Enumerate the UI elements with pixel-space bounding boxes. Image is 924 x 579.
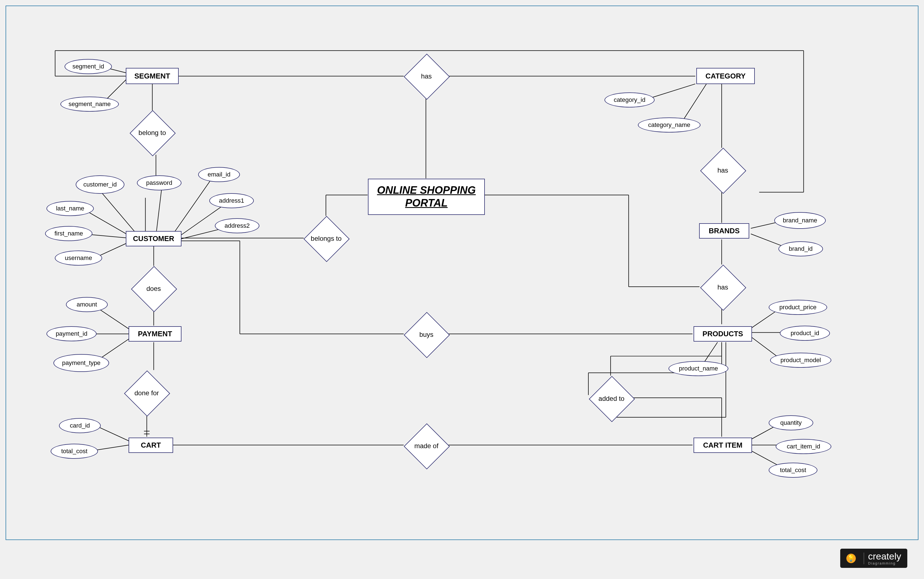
attr-product-price: product_price — [769, 300, 827, 315]
entity-category: CATEGORY — [696, 68, 755, 84]
attr-email-id: email_id — [198, 167, 240, 182]
attr-label: address2 — [225, 222, 250, 229]
diagram-frame: ONLINE SHOPPING PORTAL SEGMENT CATEGORY … — [6, 6, 918, 540]
attr-product-name: product_name — [669, 361, 728, 376]
attr-label: brand_name — [783, 217, 818, 224]
svg-line-13 — [681, 84, 706, 123]
entity-label: CART ITEM — [703, 441, 743, 450]
entity-payment: PAYMENT — [129, 326, 181, 342]
attr-label: address1 — [219, 197, 244, 204]
attr-category-name: category_name — [638, 118, 700, 132]
attr-username: username — [55, 250, 102, 265]
entity-customer: CUSTOMER — [126, 231, 181, 246]
attr-label: amount — [77, 301, 97, 308]
rel-belong-to: belong to — [130, 111, 175, 155]
rel-label: has — [717, 167, 728, 174]
entity-label: PRODUCTS — [702, 330, 743, 338]
rel-label: added to — [598, 395, 624, 402]
attr-label: segment_name — [69, 101, 111, 108]
rel-does: does — [131, 267, 176, 311]
attr-label: total_cost — [780, 467, 806, 473]
rel-added-to: added to — [589, 376, 634, 421]
entity-label: CUSTOMER — [133, 234, 174, 243]
attr-cart-item-id: cart_item_id — [775, 439, 831, 454]
rel-label: done for — [134, 389, 159, 397]
attr-payment-type: payment_type — [54, 354, 109, 372]
attr-label: payment_type — [62, 360, 100, 366]
rel-label: belongs to — [311, 235, 342, 242]
attr-label: last_name — [56, 205, 84, 212]
bulb-icon: 💡 — [846, 554, 856, 563]
attr-address1: address1 — [209, 193, 254, 208]
svg-line-22 — [157, 185, 162, 231]
attr-product-model: product_model — [770, 353, 831, 368]
rel-buys: buys — [404, 312, 449, 357]
entity-products: PRODUCTS — [694, 326, 752, 342]
rel-label: made of — [415, 442, 439, 450]
attr-segment-name: segment_name — [60, 96, 119, 111]
attr-segment-id: segment_id — [65, 59, 112, 74]
entity-label: SEGMENT — [134, 72, 170, 80]
attr-address2: address2 — [215, 218, 260, 233]
attr-label: category_id — [614, 96, 645, 103]
attr-label: card_id — [70, 422, 90, 429]
attr-password: password — [137, 175, 181, 190]
entity-segment: SEGMENT — [126, 68, 179, 84]
rel-label: has — [421, 72, 432, 80]
svg-line-12 — [647, 84, 695, 99]
attr-total-cost-item: total_cost — [769, 463, 818, 478]
attr-label: product_name — [679, 365, 718, 372]
rel-made-of: made of — [404, 424, 449, 468]
entity-label: CATEGORY — [705, 72, 746, 80]
attr-label: payment_id — [56, 330, 87, 337]
rel-label: does — [146, 285, 161, 293]
entity-portal-title: ONLINE SHOPPING PORTAL — [368, 179, 485, 215]
logo-separator — [864, 553, 864, 564]
entity-label: CART — [141, 441, 161, 450]
attr-label: product_model — [780, 357, 821, 363]
entity-label: BRANDS — [709, 227, 740, 235]
rel-label: buys — [420, 331, 434, 339]
rel-label: belong to — [139, 129, 166, 137]
entity-brands: BRANDS — [699, 223, 749, 239]
attr-amount: amount — [66, 297, 108, 312]
attr-brand-id: brand_id — [779, 241, 823, 256]
diagram-canvas: ONLINE SHOPPING PORTAL SEGMENT CATEGORY … — [0, 0, 924, 579]
entity-cart-item: CART ITEM — [694, 438, 752, 453]
svg-line-39 — [93, 445, 129, 451]
attr-category-id: category_id — [604, 92, 655, 108]
attr-last-name: last_name — [46, 201, 94, 216]
attr-label: password — [146, 180, 172, 186]
attr-label: category_name — [648, 122, 691, 128]
title-text: ONLINE SHOPPING PORTAL — [377, 184, 476, 209]
attr-label: username — [65, 255, 92, 262]
entity-label: PAYMENT — [138, 330, 172, 338]
attr-label: product_price — [779, 304, 816, 311]
attr-label: quantity — [780, 419, 802, 426]
attr-label: email_id — [207, 171, 230, 178]
rel-label: has — [717, 283, 728, 291]
attr-card-id: card_id — [59, 418, 101, 433]
attr-brand-name: brand_name — [774, 212, 826, 229]
logo-brand: creately — [868, 551, 901, 561]
attr-payment-id: payment_id — [46, 326, 96, 341]
attr-label: segment_id — [72, 63, 104, 70]
attr-label: brand_id — [789, 245, 813, 252]
attr-label: first_name — [55, 230, 83, 237]
logo-sub: Diagramming — [868, 561, 901, 565]
attr-label: customer_id — [83, 181, 117, 188]
rel-has-cat-brand: has — [700, 148, 745, 193]
creately-logo: 💡 creately Diagramming — [840, 549, 907, 568]
attr-quantity: quantity — [769, 415, 813, 430]
attr-total-cost-cart: total_cost — [51, 444, 98, 459]
attr-customer-id: customer_id — [76, 175, 124, 194]
attr-label: product_id — [791, 330, 820, 337]
attr-label: cart_item_id — [787, 443, 820, 450]
svg-line-38 — [95, 425, 129, 441]
rel-belongs-to: belongs to — [304, 216, 348, 261]
attr-label: total_cost — [61, 448, 87, 455]
attr-product-id: product_id — [780, 325, 830, 341]
rel-done-for: done for — [124, 371, 169, 415]
rel-has-top: has — [404, 54, 449, 98]
rel-has-brand-prod: has — [700, 265, 745, 309]
